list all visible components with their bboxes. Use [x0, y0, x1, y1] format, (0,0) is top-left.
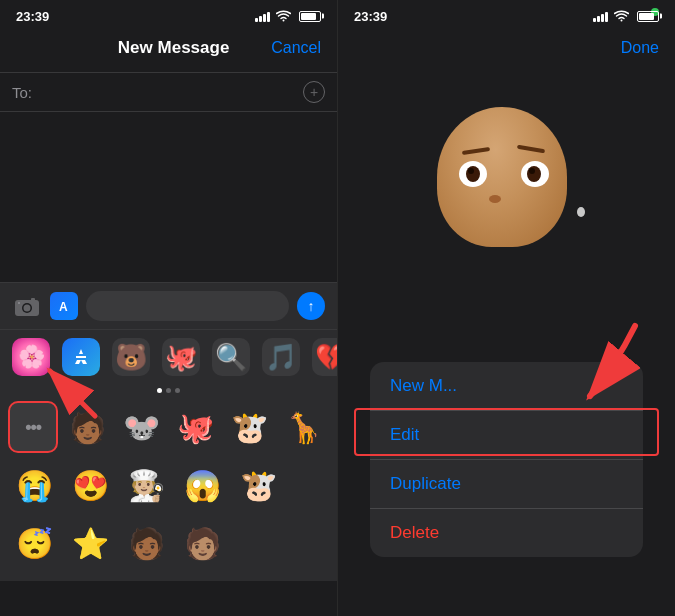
avatar-eye-left — [459, 161, 487, 187]
to-label: To: — [12, 84, 32, 101]
emoji-row-1: ••• 🧑🏾 🐭 🐙 🐮 🦒 — [8, 401, 329, 453]
app-icons-row: 🌸 🐻 🐙 🔍 🎵 💔 — [0, 329, 337, 384]
nav-bar-left: New Message Cancel — [0, 28, 337, 72]
more-dots-icon: ••• — [25, 417, 41, 438]
emoji-person-2[interactable]: 🧑🏾 — [120, 517, 172, 569]
camera-button[interactable] — [12, 291, 42, 321]
dot-3 — [175, 388, 180, 393]
status-icons-left — [255, 10, 321, 22]
appstore-icon: A — [56, 298, 72, 314]
context-item-new[interactable]: New M... — [370, 362, 643, 411]
more-button[interactable]: ••• — [8, 401, 58, 453]
svg-rect-3 — [31, 298, 35, 301]
emoji-giraffe[interactable]: 🦒 — [279, 401, 329, 453]
emoji-cry[interactable]: 😭 — [8, 459, 60, 511]
memoji-avatar — [417, 107, 597, 327]
app-toolbar: A ↑ — [0, 282, 337, 329]
globe-emoji-item[interactable]: 🔍 — [212, 338, 250, 376]
emoji-person-3[interactable]: 🧑🏽 — [176, 517, 228, 569]
phone-right: 23:39 Done — [337, 0, 675, 616]
context-item-delete[interactable]: Delete — [370, 509, 643, 557]
nav-bar-right: Done — [338, 28, 675, 72]
add-recipient-button[interactable]: + — [303, 81, 325, 103]
emoji-mouse[interactable]: 🐭 — [116, 401, 166, 453]
context-menu: New M... Edit Duplicate Delete — [370, 362, 643, 557]
nav-title-left: New Message — [118, 38, 230, 58]
phone-left: 23:39 New Message Cancel To: — [0, 0, 337, 616]
emoji-cow-2[interactable]: 🐮 — [232, 459, 284, 511]
svg-point-4 — [18, 302, 20, 304]
plus-icon: + — [310, 84, 318, 100]
context-item-new-label: New M... — [390, 376, 457, 396]
emoji-hearts[interactable]: 😍 — [64, 459, 116, 511]
dot-2 — [166, 388, 171, 393]
page-indicator — [0, 384, 337, 395]
send-icon: ↑ — [308, 298, 315, 314]
to-field[interactable]: To: + — [0, 72, 337, 112]
status-bar-right: 23:39 — [338, 0, 675, 28]
battery-icon-left — [299, 11, 321, 22]
appstore-icon-item[interactable] — [62, 338, 100, 376]
avatar-nose — [489, 195, 501, 203]
emoji-row-2: 😭 😍 🧑🏼‍🍳 😱 🐮 — [8, 459, 329, 511]
photos-icon-item[interactable]: 🌸 — [12, 338, 50, 376]
wifi-icon — [276, 10, 291, 22]
avatar-area — [338, 72, 675, 362]
time-right: 23:39 — [354, 9, 387, 24]
wifi-icon-right — [614, 10, 629, 22]
avatar-brow-right — [516, 145, 544, 154]
octopus-emoji-item[interactable]: 🐙 — [162, 338, 200, 376]
emoji-octopus[interactable]: 🐙 — [171, 401, 221, 453]
avatar-brow-left — [461, 147, 489, 155]
context-menu-container: New M... Edit Duplicate Delete — [354, 362, 659, 557]
cancel-button[interactable]: Cancel — [271, 39, 321, 57]
avatar-eye-right — [521, 161, 549, 187]
emoji-grid-area: ••• 🧑🏾 🐭 🐙 🐮 🦒 😭 😍 🧑🏼‍🍳 😱 🐮 😴 ⭐ 🧑🏾 🧑🏽 — [0, 395, 337, 581]
send-button[interactable]: ↑ — [297, 292, 325, 320]
emoji-star[interactable]: ⭐ — [64, 517, 116, 569]
emoji-chef[interactable]: 🧑🏼‍🍳 — [120, 459, 172, 511]
avatar-earring — [577, 207, 585, 217]
status-bar-left: 23:39 — [0, 0, 337, 28]
signal-icon-right — [593, 10, 608, 22]
avatar-head — [437, 107, 567, 247]
signal-icon — [255, 10, 270, 22]
time-left: 23:39 — [16, 9, 49, 24]
context-item-duplicate[interactable]: Duplicate — [370, 460, 643, 509]
context-item-edit[interactable]: Edit — [370, 411, 643, 460]
emoji-person-1[interactable]: 🧑🏾 — [62, 401, 112, 453]
music-emoji-item[interactable]: 🎵 — [262, 338, 300, 376]
appstore-button[interactable]: A — [50, 292, 78, 320]
svg-text:A: A — [59, 300, 68, 314]
search-bar[interactable] — [86, 291, 289, 321]
dot-1 — [157, 388, 162, 393]
camera-icon — [15, 296, 39, 316]
done-button[interactable]: Done — [621, 39, 659, 57]
status-icons-right — [593, 10, 659, 22]
emoji-cow[interactable]: 🐮 — [225, 401, 275, 453]
emoji-sleep[interactable]: 😴 — [8, 517, 60, 569]
appstore-small-icon — [71, 347, 91, 367]
svg-point-2 — [24, 305, 31, 312]
heart-emoji-item[interactable]: 💔 — [312, 338, 337, 376]
context-item-edit-label: Edit — [390, 425, 419, 445]
message-area[interactable] — [0, 112, 337, 282]
bear-emoji-item[interactable]: 🐻 — [112, 338, 150, 376]
emoji-row-3: 😴 ⭐ 🧑🏾 🧑🏽 — [8, 517, 329, 569]
context-item-duplicate-label: Duplicate — [390, 474, 461, 494]
context-item-delete-label: Delete — [390, 523, 439, 543]
battery-icon-right — [637, 11, 659, 22]
emoji-scream[interactable]: 😱 — [176, 459, 228, 511]
